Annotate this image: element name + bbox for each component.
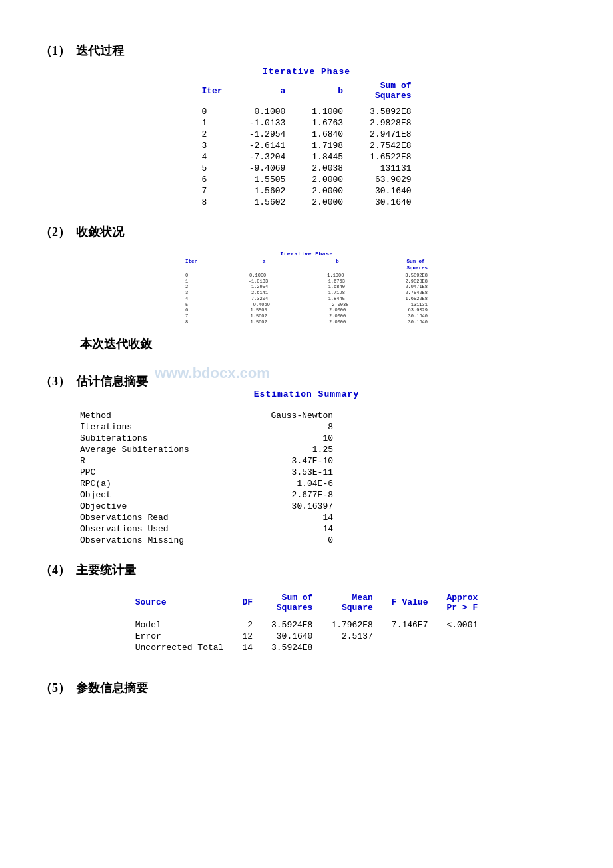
- iterative-phase-table-container: Iterative Phase Iter a b Sum ofSquares 0…: [40, 67, 573, 208]
- table-cell: 1.5505: [236, 174, 299, 185]
- estimation-row: PPC3.53E-11: [80, 467, 333, 478]
- stats-cell: <.0001: [437, 619, 487, 631]
- stats-cell: [382, 631, 438, 642]
- estimation-label: Observations Missing: [80, 535, 253, 546]
- stats-cell: 3.5924E8: [262, 619, 322, 631]
- table-cell: 7: [188, 185, 235, 197]
- table-row: 00.10001.10003.5892E8: [188, 106, 424, 117]
- estimation-value: 3.53E-11: [253, 467, 333, 478]
- stats-cell: Model: [126, 619, 233, 631]
- estimation-label: RPC(a): [80, 478, 253, 489]
- table-cell: 6: [188, 174, 235, 185]
- section-4-title: （4） 主要统计量: [40, 562, 573, 578]
- col-iter: Iter: [188, 79, 235, 102]
- table-row: 4-7.32041.84451.6522E8: [188, 151, 424, 163]
- estimation-value: 10: [253, 433, 333, 444]
- col-sum-of-squares: Sum ofSquares: [262, 591, 322, 614]
- estimation-value: 0: [253, 535, 333, 546]
- estimation-label: PPC: [80, 467, 253, 478]
- convergence-table-container: Iterative Phase IterabSum ofSquares 00.1…: [40, 248, 573, 328]
- table-cell: -7.3204: [236, 151, 299, 163]
- table-cell: 2.9828E8: [356, 117, 424, 129]
- estimation-value: 8: [253, 421, 333, 433]
- table-row: 81.56022.000030.1640: [188, 197, 424, 208]
- stats-table: Source DF Sum ofSquares MeanSquare F Val…: [126, 591, 488, 653]
- table-cell: 2.0038: [299, 163, 356, 174]
- stats-cell: [382, 642, 438, 653]
- table-cell: 1.5602: [236, 185, 299, 197]
- table-cell: 8: [188, 197, 235, 208]
- estimation-row: MethodGauss-Newton: [80, 410, 333, 421]
- stats-cell: 2: [233, 619, 262, 631]
- table-cell: 2: [188, 129, 235, 140]
- estimation-label: Objective: [80, 501, 253, 512]
- estimation-summary-table: MethodGauss-NewtonIterations8Subiteratio…: [80, 410, 333, 546]
- stats-row: Model23.5924E81.7962E87.146E7<.0001: [126, 619, 488, 631]
- section-3-title: （3） 估计信息摘要: [40, 373, 148, 389]
- section-2-title: （2） 收敛状况: [40, 224, 573, 240]
- estimation-value: 2.677E-8: [253, 489, 333, 501]
- col-approx-pr: ApproxPr > F: [437, 591, 487, 614]
- estimation-label: Object: [80, 489, 253, 501]
- stats-cell: [437, 642, 487, 653]
- table-cell: 30.1640: [356, 197, 424, 208]
- estimation-value: 3.47E-10: [253, 455, 333, 467]
- table-cell: 5: [188, 163, 235, 174]
- estimation-value: 1.25: [253, 444, 333, 455]
- col-source: Source: [126, 591, 233, 614]
- col-a: a: [236, 79, 299, 102]
- iterative-phase-table: Iter a b Sum ofSquares 00.10001.10003.58…: [188, 79, 424, 208]
- table-cell: 0.1000: [236, 106, 299, 117]
- estimation-row: Iterations8: [80, 421, 333, 433]
- table-cell: 3.5892E8: [356, 106, 424, 117]
- section-5-title: （5） 参数信息摘要: [40, 680, 573, 696]
- section-5: （5） 参数信息摘要: [40, 680, 573, 696]
- stats-cell: Error: [126, 631, 233, 642]
- estimation-label: Iterations: [80, 421, 253, 433]
- estimation-summary-container: Estimation Summary: [40, 389, 573, 405]
- table-cell: 2.0000: [299, 185, 356, 197]
- stats-cell: 3.5924E8: [262, 642, 322, 653]
- table-cell: -1.0133: [236, 117, 299, 129]
- estimation-value: 30.16397: [253, 501, 333, 512]
- estimation-label: Method: [80, 410, 253, 421]
- stats-table-container: Source DF Sum ofSquares MeanSquare F Val…: [40, 586, 573, 659]
- table-row: 1-1.01331.67632.9828E8: [188, 117, 424, 129]
- table-cell: 0: [188, 106, 235, 117]
- table-cell: 1.6840: [299, 129, 356, 140]
- table-cell: 1.6763: [299, 117, 356, 129]
- estimation-row: Observations Read14: [80, 512, 333, 523]
- estimation-value: 14: [253, 512, 333, 523]
- iterative-phase-title: Iterative Phase: [263, 67, 350, 77]
- estimation-row: R3.47E-10: [80, 455, 333, 467]
- stats-row: Uncorrected Total143.5924E8: [126, 642, 488, 653]
- table-cell: 63.9029: [356, 174, 424, 185]
- table-row: 5-9.40692.0038131131: [188, 163, 424, 174]
- estimation-label: Subiterations: [80, 433, 253, 444]
- table-cell: -2.6141: [236, 140, 299, 151]
- estimation-value: Gauss-Newton: [253, 410, 333, 421]
- estimation-label: Observations Read: [80, 512, 253, 523]
- table-cell: -9.4069: [236, 163, 299, 174]
- col-sum-of-squares: Sum ofSquares: [356, 79, 424, 102]
- stats-cell: Uncorrected Total: [126, 642, 233, 653]
- table-cell: 1: [188, 117, 235, 129]
- estimation-row: Subiterations10: [80, 433, 333, 444]
- estimation-label: Average Subiterations: [80, 444, 253, 455]
- section-2: （2） 收敛状况 Iterative Phase IterabSum ofSqu…: [40, 224, 573, 352]
- table-cell: 1.5602: [236, 197, 299, 208]
- stats-row: Error1230.16402.5137: [126, 631, 488, 642]
- table-row: 3-2.61411.71982.7542E8: [188, 140, 424, 151]
- table-cell: 131131: [356, 163, 424, 174]
- table-cell: 1.8445: [299, 151, 356, 163]
- stats-cell: 30.1640: [262, 631, 322, 642]
- stats-cell: 12: [233, 631, 262, 642]
- estimation-row: RPC(a)1.04E-6: [80, 478, 333, 489]
- stats-cell: [322, 642, 382, 653]
- table-cell: 3: [188, 140, 235, 151]
- table-header-row: Iter a b Sum ofSquares: [188, 79, 424, 102]
- col-df: DF: [233, 591, 262, 614]
- estimation-row: Average Subiterations1.25: [80, 444, 333, 455]
- table-row: 2-1.29541.68402.9471E8: [188, 129, 424, 140]
- estimation-label: Observations Used: [80, 523, 253, 535]
